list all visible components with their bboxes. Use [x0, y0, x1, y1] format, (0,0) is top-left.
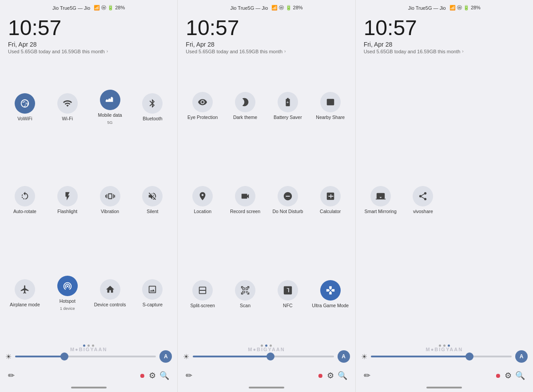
- search-icon-3[interactable]: 🔍: [513, 369, 527, 382]
- tile-battery-saver[interactable]: Battery Saver: [267, 59, 308, 152]
- settings-icon-2[interactable]: ⚙: [325, 369, 336, 382]
- settings-icon-3[interactable]: ⚙: [503, 369, 513, 382]
- tile-smart-mirror[interactable]: Smart Mirroring: [360, 59, 401, 340]
- scapture-icon: [142, 279, 163, 300]
- vowifi-icon: [15, 93, 35, 114]
- game-mode-label: Ultra Game Mode: [312, 303, 349, 309]
- record-screen-icon: [235, 186, 255, 206]
- status-text-3: Jio True5G — Jio: [408, 5, 446, 11]
- phone-screen-1: Jio True5G — Jio 📶 ⓦ 🔋 28% 10:57 Fri, Ap…: [0, 0, 178, 392]
- tile-split-screen[interactable]: Split-screen: [182, 248, 223, 340]
- battery-saver-icon: [278, 92, 298, 112]
- clock-section-2: 10:57 Fri, Apr 28 Used 5.65GB today and …: [178, 13, 355, 56]
- tile-location[interactable]: Location: [182, 154, 223, 246]
- record-screen-label: Record screen: [230, 209, 260, 214]
- tile-dark-theme[interactable]: Dark theme: [225, 59, 266, 152]
- tile-vibration[interactable]: Vibration: [90, 156, 131, 244]
- vibration-icon: [100, 186, 120, 206]
- tile-scapture[interactable]: S-capture: [132, 245, 173, 340]
- avatar-2[interactable]: A: [338, 350, 350, 363]
- bottom-bar-2: [249, 387, 284, 388]
- tiles-grid-2: Eye Protection Dark theme Battery Saver: [178, 56, 355, 344]
- dot-3-1: [439, 344, 441, 347]
- brightness-thumb-1[interactable]: [60, 352, 68, 360]
- dnd-icon: [278, 186, 298, 206]
- search-icon-2[interactable]: 🔍: [336, 369, 349, 382]
- flashlight-icon: [57, 186, 78, 206]
- data-usage-3: Used 5.65GB today and 16.59GB this month…: [364, 49, 525, 54]
- status-text-1: Jio True5G — Jio: [52, 5, 90, 11]
- tile-flashlight[interactable]: Flashlight: [47, 156, 88, 244]
- emergency-icon-3[interactable]: ⏺: [493, 370, 503, 381]
- vibration-label: Vibration: [101, 209, 119, 214]
- tile-hotspot[interactable]: Hotspot 1 device: [47, 245, 88, 340]
- status-bar-3: Jio True5G — Jio 📶 ⓦ 🔋 28%: [356, 0, 533, 13]
- clock-section-3: 10:57 Fri, Apr 28 Used 5.65GB today and …: [356, 13, 533, 56]
- avatar-1[interactable]: A: [159, 350, 172, 363]
- brightness-thumb-3[interactable]: [465, 352, 473, 360]
- tile-nearby-share[interactable]: Nearby Share: [310, 59, 351, 152]
- dot-1-2: [88, 344, 90, 347]
- tile-airplane[interactable]: Airplane mode: [4, 245, 45, 340]
- dot-2-1: [261, 344, 263, 347]
- tile-nfc[interactable]: NFC: [267, 248, 308, 340]
- tile-vivoshare[interactable]: vivoshare: [402, 59, 443, 340]
- tile-game-mode[interactable]: Ultra Game Mode: [310, 248, 351, 340]
- split-screen-label: Split-screen: [191, 303, 215, 309]
- tile-mobile-data[interactable]: Mobile data 5G: [90, 59, 131, 154]
- smart-mirror-label: Smart Mirroring: [364, 209, 396, 214]
- brightness-track-2[interactable]: [193, 356, 334, 357]
- tile-record-screen[interactable]: Record screen: [225, 154, 266, 246]
- tile-vowifi[interactable]: VoWiFi: [4, 59, 45, 154]
- phone-screen-3: Jio True5G — Jio 📶 ⓦ 🔋 28% 10:57 Fri, Ap…: [356, 0, 533, 392]
- calculator-label: Calculator: [320, 209, 341, 214]
- airplane-icon: [15, 279, 35, 300]
- status-bar-2: Jio True5G — Jio 📶 ⓦ 🔋 28%: [178, 0, 355, 13]
- dark-theme-label: Dark theme: [233, 115, 257, 120]
- brightness-track-3[interactable]: [371, 356, 512, 357]
- tile-eye-protection[interactable]: Eye Protection: [182, 59, 223, 152]
- nfc-icon: [278, 280, 298, 301]
- bottom-toolbar-3: ✏ ⏺ ⚙ 🔍: [356, 365, 533, 385]
- eye-protection-icon: [192, 92, 213, 112]
- edit-icon-3[interactable]: ✏: [362, 369, 372, 382]
- avatar-3[interactable]: A: [515, 350, 528, 363]
- edit-icon-1[interactable]: ✏: [6, 369, 16, 382]
- emergency-icon-1[interactable]: ⏺: [137, 370, 147, 381]
- dot-3-3: [448, 344, 450, 347]
- tile-auto-rotate[interactable]: Auto-rotate: [4, 156, 45, 244]
- tile-calculator[interactable]: Calculator: [310, 154, 351, 246]
- status-text-2: Jio True5G — Jio: [230, 5, 268, 11]
- mobile-data-icon: [100, 90, 120, 110]
- vowifi-label: VoWiFi: [17, 116, 32, 122]
- tile-scan[interactable]: Scan: [225, 248, 266, 340]
- tile-silent[interactable]: Silent: [132, 156, 173, 244]
- settings-icon-1[interactable]: ⚙: [147, 369, 158, 382]
- eye-protection-label: Eye Protection: [187, 115, 218, 120]
- tile-dnd[interactable]: Do Not Disturb: [267, 154, 308, 246]
- scan-icon: [235, 280, 255, 301]
- tile-device-controls[interactable]: Device controls: [90, 245, 131, 340]
- screenshots-container: Jio True5G — Jio 📶 ⓦ 🔋 28% 10:57 Fri, Ap…: [0, 0, 533, 392]
- silent-label: Silent: [147, 209, 158, 214]
- status-bar-1: Jio True5G — Jio 📶 ⓦ 🔋 28%: [0, 0, 177, 13]
- dark-theme-icon: [235, 92, 255, 112]
- search-icon-1[interactable]: 🔍: [158, 369, 171, 382]
- brightness-row-3: ☀ A: [356, 348, 533, 365]
- brightness-icon-2: ☀: [183, 352, 189, 361]
- brightness-track-1[interactable]: [15, 356, 156, 357]
- location-label: Location: [194, 209, 211, 214]
- dot-2-2: [265, 344, 267, 347]
- phone-screen-2: Jio True5G — Jio 📶 ⓦ 🔋 28% 10:57 Fri, Ap…: [178, 0, 355, 392]
- tile-bluetooth[interactable]: Bluetooth: [132, 59, 173, 154]
- bluetooth-label: Bluetooth: [143, 116, 162, 122]
- auto-rotate-label: Auto-rotate: [13, 209, 36, 214]
- emergency-icon-2[interactable]: ⏺: [315, 370, 325, 381]
- tile-wifi[interactable]: Wi-Fi: [47, 59, 88, 154]
- tiles-grid-3: Smart Mirroring vivoshare: [356, 56, 533, 344]
- brightness-thumb-2[interactable]: [266, 352, 274, 360]
- dot-1-3: [92, 344, 94, 347]
- edit-icon-2[interactable]: ✏: [184, 369, 194, 382]
- page-dots-1: [0, 344, 177, 348]
- page-dots-3: [356, 344, 533, 348]
